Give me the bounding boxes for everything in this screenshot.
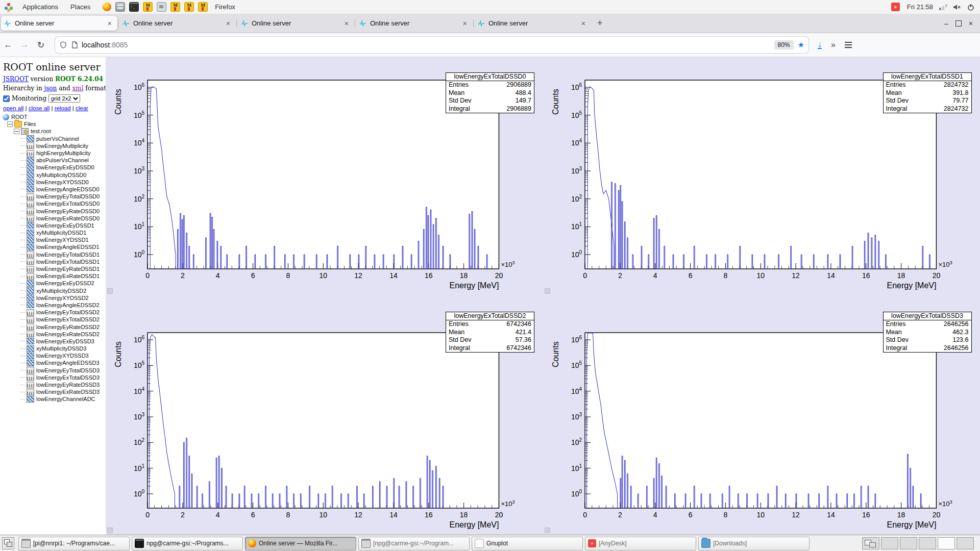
terminal-launcher-icon[interactable]	[129, 2, 139, 12]
browser-tab-5[interactable]: Online server×	[475, 16, 591, 31]
monitoring-checkbox[interactable]	[3, 95, 10, 102]
open-all-link[interactable]: open all	[3, 105, 23, 111]
bookmark-star-icon[interactable]: ★	[798, 40, 804, 49]
browser-tab-1[interactable]: Online server×	[1, 16, 117, 31]
tab-close-icon[interactable]: ×	[224, 19, 233, 28]
places-menu[interactable]: Places	[64, 0, 96, 14]
zoom-level-badge[interactable]: 80%	[774, 40, 794, 49]
shield-icon[interactable]	[59, 41, 67, 49]
close-all-link[interactable]: close all	[29, 105, 50, 111]
firefox-launcher-icon[interactable]	[103, 3, 111, 11]
histogram-panel-3[interactable]: 02468101214161820100101102103104105106×1…	[106, 296, 543, 536]
workspace-2[interactable]	[881, 537, 898, 549]
tree-item-lowEnergyChannelADC[interactable]: lowEnergyChannelADC	[0, 395, 106, 403]
network-icon[interactable]: ?	[938, 3, 947, 11]
screenshot-launcher-icon[interactable]	[157, 2, 166, 12]
tree-item-xyMultiplicityDSSD3[interactable]: xyMultiplicityDSSD3	[0, 345, 106, 352]
minimize-button[interactable]: –	[944, 19, 948, 28]
reload-button[interactable]: ↻	[33, 40, 49, 51]
workspace-4[interactable]	[919, 537, 936, 549]
tree-item-lowEnergyExTotalDSSD1[interactable]: lowEnergyExTotalDSSD1	[0, 258, 106, 265]
taskbar-window-terminal[interactable]: [npg@carme-gsi:~/Program...	[358, 537, 470, 550]
resize-grip[interactable]	[545, 528, 550, 533]
tree-item-lowEnergyXYDSSD2[interactable]: lowEnergyXYDSSD2	[0, 294, 106, 302]
tree-item-lowEnergyExEyDSSD0[interactable]: lowEnergyExEyDSSD0	[0, 164, 106, 171]
clock[interactable]: Fri 21:58	[907, 3, 933, 11]
tree-node-file[interactable]: test.root	[0, 128, 106, 135]
tree-item-lowEnergyEyTotalDSSD2[interactable]: lowEnergyEyTotalDSSD2	[0, 309, 106, 316]
clear-link[interactable]: clear	[76, 105, 88, 111]
close-button[interactable]: ×	[969, 19, 973, 28]
resize-grip[interactable]	[107, 288, 113, 294]
overflow-chevrons-icon[interactable]: »	[831, 40, 836, 49]
show-desktop-icon[interactable]	[2, 537, 14, 549]
tree-item-lowEnergyEyRateDSSD1[interactable]: lowEnergyEyRateDSSD1	[0, 265, 106, 272]
page-info-icon[interactable]	[71, 41, 78, 49]
tree-item-lowEnergyExEyDSSD2[interactable]: lowEnergyExEyDSSD2	[0, 280, 106, 287]
midas-launcher-icon[interactable]	[143, 2, 153, 12]
taskbar-window-downloads[interactable]: [Downloads]	[698, 537, 810, 550]
tree-item-lowEnergyMultiplicity[interactable]: lowEnergyMultiplicity	[0, 142, 106, 149]
taskbar-window-terminal[interactable]: [pi@nnrpi1: ~/Programs/cae...	[18, 537, 130, 550]
tree-item-lowEnergyExRateDSSD1[interactable]: lowEnergyExRateDSSD1	[0, 272, 106, 280]
tree-item-lowEnergyExTotalDSSD2[interactable]: lowEnergyExTotalDSSD2	[0, 316, 106, 323]
volume-muted-icon[interactable]	[952, 3, 962, 11]
files-launcher-icon[interactable]	[115, 2, 125, 12]
histogram-panel-2[interactable]: 02468101214161820100101102103104105106×1…	[543, 57, 980, 296]
tree-item-lowEnergyExRateDSSD0[interactable]: lowEnergyExRateDSSD0	[0, 215, 106, 222]
stat-box-lowEnergyExTotalDSSD0[interactable]: lowEnergyExTotalDSSD0Entries2906889Mean4…	[446, 72, 534, 113]
tree-item-lowEnergyXYDSSD1[interactable]: lowEnergyXYDSSD1	[0, 236, 106, 243]
tree-item-lowEnergyExEyDSSD1[interactable]: lowEnergyExEyDSSD1	[0, 222, 106, 229]
anydesk-tray-icon[interactable]: »	[891, 3, 900, 11]
tree-item-lowEnergyXYDSSD3[interactable]: lowEnergyXYDSSD3	[0, 352, 106, 359]
workspace-3[interactable]	[900, 537, 917, 549]
tab-close-icon[interactable]: ×	[105, 19, 114, 28]
browser-tab-4[interactable]: Online server×	[356, 16, 473, 31]
applications-menu[interactable]: Applications	[16, 0, 64, 14]
downloads-icon[interactable]: ↓	[818, 41, 822, 49]
tree-item-xyMultiplicityDSSD2[interactable]: xyMultiplicityDSSD2	[0, 287, 106, 294]
taskbar-window-firefox[interactable]: Online server — Mozilla Fir...	[245, 537, 356, 550]
layout-select[interactable]: grid 2x2	[48, 94, 80, 103]
forward-button[interactable]: →	[16, 40, 33, 50]
tree-item-xyMultiplicityDSSD0[interactable]: xyMultiplicityDSSD0	[0, 171, 106, 179]
resize-grip[interactable]	[107, 528, 113, 533]
tree-item-highEnergyMultiplicity[interactable]: highEnergyMultiplicity	[0, 149, 106, 157]
workspace-6[interactable]	[957, 537, 974, 549]
taskbar-window-terminal-dark[interactable]: npg@carme-gsi:~/Programs...	[132, 537, 243, 550]
tree-item-lowEnergyEyTotalDSSD3[interactable]: lowEnergyEyTotalDSSD3	[0, 367, 106, 374]
new-tab-button[interactable]: +	[592, 18, 608, 29]
tab-close-icon[interactable]: ×	[460, 19, 470, 28]
reload-link[interactable]: reload	[55, 105, 71, 111]
tree-item-lowEnergyExRateDSSD3[interactable]: lowEnergyExRateDSSD3	[0, 388, 106, 395]
browser-tab-2[interactable]: Online server×	[119, 16, 236, 31]
tree-item-lowEnergyEyRateDSSD2[interactable]: lowEnergyEyRateDSSD2	[0, 323, 106, 330]
workspace-1[interactable]	[862, 537, 879, 549]
tree-item-lowEnergyEyTotalDSSD0[interactable]: lowEnergyEyTotalDSSD0	[0, 193, 106, 200]
tree-item-lowEnergyEyRateDSSD0[interactable]: lowEnergyEyRateDSSD0	[0, 207, 106, 214]
midas-launcher-icon[interactable]	[198, 2, 208, 12]
stat-box-lowEnergyExTotalDSSD2[interactable]: lowEnergyExTotalDSSD2Entries6742346Mean4…	[446, 312, 534, 353]
tree-item-lowEnergyExRateDSSD2[interactable]: lowEnergyExRateDSSD2	[0, 331, 106, 338]
tree-item-lowEnergyExTotalDSSD3[interactable]: lowEnergyExTotalDSSD3	[0, 374, 106, 381]
url-bar[interactable]: localhost:8085 80% ★	[55, 37, 808, 53]
stat-box-lowEnergyExTotalDSSD3[interactable]: lowEnergyExTotalDSSD3Entries2646256Mean4…	[883, 312, 972, 353]
tree-item-absPulserVsChannel[interactable]: absPulserVsChannel	[0, 157, 106, 164]
tree-item-lowEnergyEyRateDSSD3[interactable]: lowEnergyEyRateDSSD3	[0, 381, 106, 388]
tree-item-pulserVsChannel[interactable]: pulserVsChannel	[0, 135, 106, 142]
tree-item-xyMultiplicityDSSD1[interactable]: xyMultiplicityDSSD1	[0, 229, 106, 236]
back-button[interactable]: ←	[0, 40, 16, 50]
menu-hamburger-icon[interactable]	[845, 44, 852, 45]
tab-close-icon[interactable]: ×	[579, 19, 588, 28]
tab-close-icon[interactable]: ×	[342, 19, 351, 28]
power-icon[interactable]	[967, 3, 975, 11]
tree-item-lowEnergyAngleEDSSD3[interactable]: lowEnergyAngleEDSSD3	[0, 359, 106, 366]
browser-tab-3[interactable]: Online server×	[238, 16, 354, 31]
tree-item-lowEnergyAngleEDSSD0[interactable]: lowEnergyAngleEDSSD0	[0, 186, 106, 193]
tree-item-lowEnergyAngleEDSSD1[interactable]: lowEnergyAngleEDSSD1	[0, 243, 106, 251]
histogram-panel-4[interactable]: 02468101214161820100101102103104105106×1…	[543, 296, 980, 536]
resize-grip[interactable]	[545, 288, 550, 294]
tree-item-lowEnergyEyTotalDSSD1[interactable]: lowEnergyEyTotalDSSD1	[0, 251, 106, 258]
jsroot-link[interactable]: JSROOT	[3, 76, 29, 83]
histogram-panel-1[interactable]: 02468101214161820100101102103104105106×1…	[106, 57, 543, 296]
